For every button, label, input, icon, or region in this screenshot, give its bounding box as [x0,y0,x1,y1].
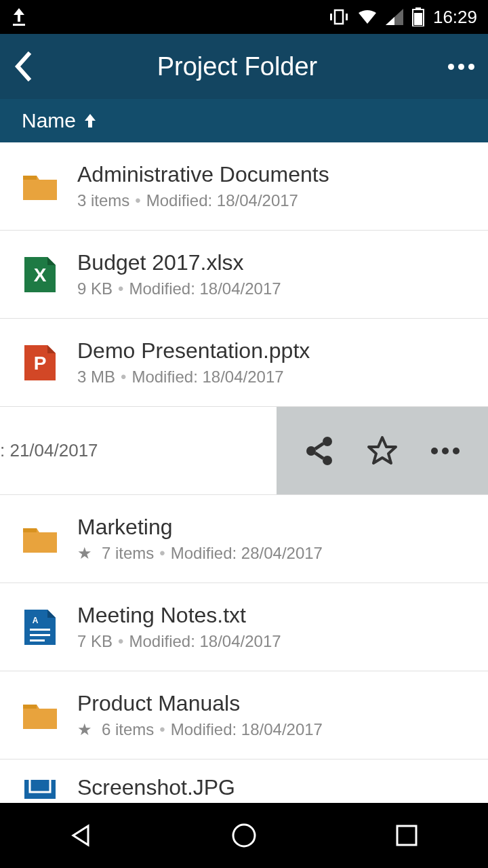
list-item-title: Product Manuals [77,691,466,716]
svg-rect-19 [30,639,45,642]
status-bar: 16:29 [0,0,488,34]
list-item[interactable]: Product Manuals ★ 6 items•Modified: 18/0… [0,671,488,760]
list-item-text: Marketing ★ 7 items•Modified: 28/04/2017 [77,515,466,563]
list-item[interactable]: Screenshot.JPG [0,760,488,800]
list-item-meta-fragment: : 21/04/2017 [0,440,98,461]
list-item-meta: 7 KB•Modified: 18/04/2017 [77,632,466,651]
txt-icon: A [22,609,58,646]
favorite-button[interactable] [363,432,401,470]
signal-icon [386,9,403,25]
svg-rect-23 [397,826,416,845]
wifi-icon [357,9,378,25]
list-item[interactable]: P Demo Presentation.pptx 3 MB•Modified: … [0,319,488,407]
list-item-text: Demo Presentation.pptx 3 MB•Modified: 18… [77,338,466,387]
svg-text:P: P [34,353,47,374]
svg-rect-17 [30,629,50,631]
svg-text:A: A [33,616,39,625]
android-nav-bar [0,803,488,868]
nav-back-button[interactable] [62,816,100,854]
svg-line-14 [315,453,323,458]
list-item[interactable]: Marketing ★ 7 items•Modified: 28/04/2017 [0,495,488,583]
folder-icon [22,521,58,557]
svg-text:X: X [34,264,47,285]
nav-home-button[interactable] [225,816,263,854]
back-icon [14,52,33,81]
list-item-meta: 9 KB•Modified: 18/04/2017 [77,279,466,298]
image-icon [22,780,58,800]
favorite-icon: ★ [77,544,92,563]
triangle-back-icon [69,823,94,848]
more-icon [431,448,438,454]
svg-rect-1 [335,10,343,24]
svg-rect-18 [30,634,50,636]
sort-bar[interactable]: Name [0,99,488,142]
list-item-title: Screenshot.JPG [77,775,466,800]
row-more-button[interactable] [426,432,464,470]
list-item-title: Marketing [77,515,466,540]
svg-rect-7 [23,176,37,180]
file-list: Administrative Documents 3 items•Modifie… [0,142,488,800]
circle-home-icon [230,822,258,849]
folder-icon [22,697,58,734]
favorite-icon: ★ [77,720,92,739]
list-item[interactable]: X Budget 2017.xlsx 9 KB•Modified: 18/04/… [0,231,488,319]
list-item-meta: 3 items•Modified: 18/04/2017 [77,191,466,210]
more-icon [448,64,454,70]
back-button[interactable] [14,52,41,81]
list-item-title: Demo Presentation.pptx [77,338,466,363]
list-item-meta: ★ 6 items•Modified: 18/04/2017 [77,720,466,739]
vibrate-icon [329,9,349,25]
battery-icon [411,7,425,26]
list-item-text: Administrative Documents 3 items•Modifie… [77,162,466,210]
star-icon [366,435,399,467]
svg-point-22 [233,825,255,846]
list-item-text: Screenshot.JPG [77,775,466,800]
folder-icon [22,168,58,205]
list-item-title: Budget 2017.xlsx [77,250,466,275]
list-item-text: Meeting Notes.txt 7 KB•Modified: 18/04/2… [77,603,466,651]
xlsx-icon: X [22,256,58,293]
upload-icon [11,8,27,26]
svg-rect-2 [330,14,332,20]
svg-rect-6 [414,13,422,25]
sort-label: Name [22,109,76,132]
status-left [11,8,27,26]
list-item-selected[interactable]: : 21/04/2017 [0,407,488,495]
list-item-meta: 3 MB•Modified: 18/04/2017 [77,368,466,387]
list-item[interactable]: A Meeting Notes.txt 7 KB•Modified: 18/04… [0,583,488,671]
list-item-meta: ★ 7 items•Modified: 28/04/2017 [77,544,466,563]
list-item-title: Administrative Documents [77,162,466,187]
pptx-icon: P [22,344,58,381]
svg-rect-3 [346,14,348,20]
status-right: 16:29 [329,7,477,28]
square-recent-icon [395,824,418,847]
share-button[interactable] [300,432,338,470]
list-item-text: Product Manuals ★ 6 items•Modified: 18/0… [77,691,466,739]
page-title: Project Folder [41,52,434,81]
list-item-title: Meeting Notes.txt [77,603,466,628]
nav-recent-button[interactable] [388,816,426,854]
svg-line-13 [315,443,323,449]
svg-rect-0 [13,24,25,26]
svg-rect-20 [23,705,37,709]
action-bar [277,407,488,494]
status-time: 16:29 [433,7,477,28]
share-icon [304,435,334,467]
svg-rect-15 [23,528,37,532]
list-item[interactable]: Administrative Documents 3 items•Modifie… [0,142,488,231]
app-bar: Project Folder [0,34,488,99]
list-item-text: Budget 2017.xlsx 9 KB•Modified: 18/04/20… [77,250,466,298]
more-button[interactable] [434,64,474,70]
sort-asc-icon [83,113,98,129]
